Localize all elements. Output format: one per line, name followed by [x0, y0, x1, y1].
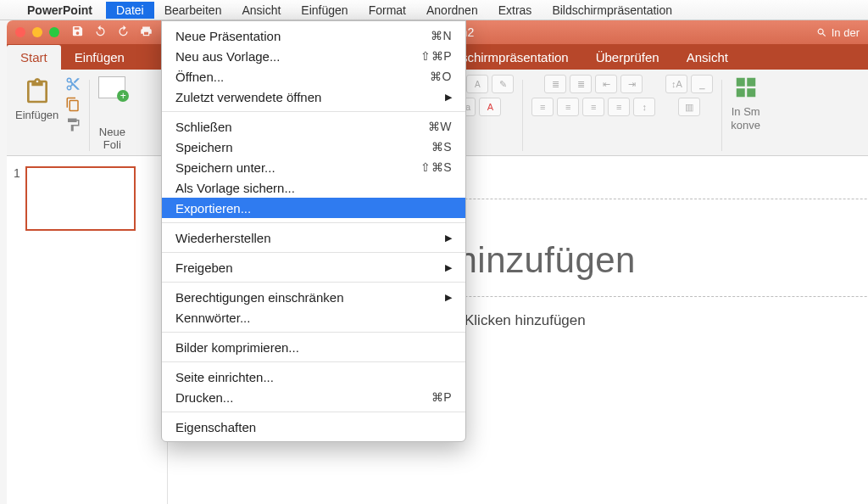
decrease-indent-icon[interactable]: ⇤ — [595, 75, 617, 93]
menu-item-label: Berechtigungen einschränken — [175, 290, 445, 305]
menu-item-berechtigungen-einschr-nken[interactable]: Berechtigungen einschränken▶ — [162, 287, 465, 307]
menu-item-kennw-rter[interactable]: Kennwörter... — [162, 307, 465, 328]
paragraph-group: ≣ ≣ ⇤ ⇥ ≡ ≡ ≡ ≡ ↕ — [526, 75, 660, 154]
menu-format[interactable]: Format — [359, 2, 416, 19]
submenu-arrow-icon: ▶ — [445, 92, 452, 103]
menu-ansicht[interactable]: Ansicht — [231, 2, 291, 19]
menu-item-label: Kennwörter... — [175, 311, 452, 325]
quick-access-toolbar — [71, 25, 153, 40]
menu-item-label: Drucken... — [175, 390, 431, 405]
tab-ansicht[interactable]: Ansicht — [673, 45, 742, 70]
menu-item-schlie-en[interactable]: Schließen⌘W — [162, 116, 465, 137]
app-name: PowerPoint — [27, 3, 92, 17]
tab-einfuegen[interactable]: Einfügen — [61, 45, 138, 70]
menu-item-eigenschaften[interactable]: Eigenschaften — [162, 417, 465, 437]
bullets-icon[interactable]: ≣ — [544, 75, 566, 93]
tab-start[interactable]: Start — [7, 45, 61, 70]
smartart-label: In Sm konve — [731, 105, 760, 132]
datei-dropdown: Neue Präsentation⌘NNeu aus Vorlage...⇧⌘P… — [161, 20, 466, 442]
menu-bearbeiten[interactable]: Bearbeiten — [154, 2, 232, 19]
decrease-font-icon[interactable]: A — [466, 75, 488, 93]
format-painter-icon[interactable] — [65, 117, 81, 132]
cut-icon[interactable] — [65, 76, 81, 92]
menu-item-label: Öffnen... — [175, 70, 430, 84]
search-box[interactable]: In der — [816, 26, 860, 39]
search-icon — [816, 27, 827, 38]
line-spacing-icon[interactable]: ↕ — [633, 98, 655, 116]
align-right-icon[interactable]: ≡ — [582, 98, 604, 116]
align-left-icon[interactable]: ≡ — [531, 98, 554, 116]
menu-item-shortcut: ⇧⌘P — [420, 49, 452, 63]
clipboard-group: Einfügen — [10, 75, 86, 154]
menu-item-neue-pr-sentation[interactable]: Neue Präsentation⌘N — [162, 25, 465, 46]
menu-item-shortcut: ⌘N — [431, 29, 452, 42]
paste-label: Einfügen — [15, 109, 58, 121]
menu-anordnen[interactable]: Anordnen — [416, 2, 488, 19]
increase-indent-icon[interactable]: ⇥ — [620, 75, 643, 93]
smartart-icon[interactable] — [733, 75, 759, 100]
menu-item-label: Seite einrichten... — [175, 370, 452, 384]
menu-divider — [162, 252, 465, 253]
print-icon[interactable] — [140, 25, 153, 40]
menu-divider — [162, 361, 465, 362]
menu-item-label: Als Vorlage sichern... — [175, 181, 452, 195]
submenu-arrow-icon: ▶ — [445, 262, 452, 273]
menu-divider — [162, 222, 465, 223]
search-placeholder: In der — [832, 26, 860, 39]
menu-item-speichern[interactable]: Speichern⌘S — [162, 137, 465, 157]
thumbnail-number: 1 — [14, 166, 20, 231]
menu-item-label: Neu aus Vorlage... — [175, 49, 420, 64]
menu-divider — [162, 332, 465, 333]
slide-thumbnails: 1 — [7, 156, 168, 504]
window-controls — [15, 27, 59, 37]
menu-item-label: Zuletzt verwendete öffnen — [175, 90, 445, 104]
text-direction-icon[interactable]: ↕A — [665, 75, 687, 93]
menu-item-als-vorlage-sichern[interactable]: Als Vorlage sichern... — [162, 177, 465, 198]
menu-item-label: Neue Präsentation — [175, 29, 431, 43]
menu-item-wiederherstellen[interactable]: Wiederherstellen▶ — [162, 227, 465, 248]
menu-datei[interactable]: Datei — [106, 2, 154, 19]
new-slide-button[interactable]: + — [98, 76, 125, 98]
menu-item-bilder-komprimieren[interactable]: Bilder komprimieren... — [162, 337, 465, 357]
save-icon[interactable] — [71, 25, 84, 40]
tab-ueberpruefen[interactable]: Überprüfen — [582, 45, 673, 70]
menu-item-exportieren[interactable]: Exportieren... — [162, 198, 465, 218]
menu-item-drucken[interactable]: Drucken...⌘P — [162, 387, 465, 407]
menu-item-freigeben[interactable]: Freigeben▶ — [162, 257, 465, 277]
paste-icon[interactable] — [24, 75, 51, 109]
menu-einfuegen[interactable]: Einfügen — [291, 2, 358, 19]
justify-icon[interactable]: ≡ — [608, 98, 630, 116]
menu-divider — [162, 282, 465, 283]
submenu-arrow-icon: ▶ — [445, 292, 452, 303]
menu-divider — [162, 412, 465, 412]
menu-item-neu-aus-vorlage[interactable]: Neu aus Vorlage...⇧⌘P — [162, 46, 465, 66]
close-icon[interactable] — [15, 27, 25, 37]
columns-icon[interactable]: ▥ — [678, 98, 700, 116]
menu-item-label: Bilder komprimieren... — [175, 340, 452, 355]
menu-divider — [162, 111, 465, 112]
menu-item-shortcut: ⌘O — [430, 70, 452, 83]
undo-icon[interactable] — [94, 25, 107, 40]
menu-item-label: Eigenschaften — [175, 420, 452, 434]
maximize-icon[interactable] — [49, 27, 59, 37]
menu-item-zuletzt-verwendete-ffnen[interactable]: Zuletzt verwendete öffnen▶ — [162, 87, 465, 107]
copy-icon[interactable] — [65, 97, 81, 112]
font-color-icon[interactable]: A — [479, 98, 501, 116]
menu-extras[interactable]: Extras — [488, 2, 542, 19]
redo-icon[interactable] — [117, 25, 130, 40]
align-center-icon[interactable]: ≡ — [557, 98, 579, 116]
menu-item-shortcut: ⌘S — [431, 140, 452, 154]
minimize-icon[interactable] — [32, 27, 42, 37]
menu-item-label: Freigeben — [175, 260, 445, 275]
menu-item-ffnen[interactable]: Öffnen...⌘O — [162, 66, 465, 87]
menu-item-seite-einrichten[interactable]: Seite einrichten... — [162, 367, 465, 387]
submenu-arrow-icon: ▶ — [445, 232, 452, 244]
menu-item-label: Exportieren... — [175, 201, 452, 216]
menu-item-shortcut: ⇧⌘S — [420, 160, 452, 174]
menu-bildschirmpraesentation[interactable]: Bildschirmpräsentation — [542, 2, 682, 19]
numbering-icon[interactable]: ≣ — [570, 75, 592, 93]
clear-format-icon[interactable]: ✎ — [492, 75, 514, 93]
align-text-icon[interactable]: ⎯ — [691, 75, 713, 93]
menu-item-speichern-unter[interactable]: Speichern unter...⇧⌘S — [162, 157, 465, 177]
thumbnail-1[interactable]: 1 — [14, 166, 160, 231]
